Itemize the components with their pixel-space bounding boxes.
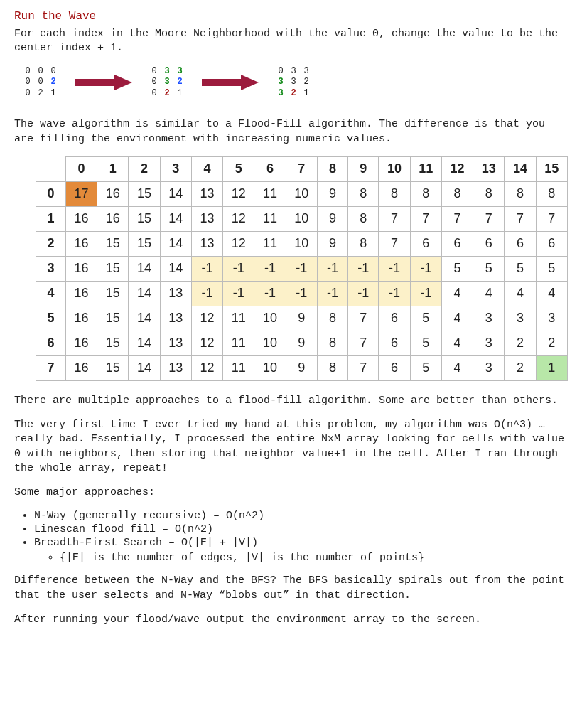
wave-cell: 14 [129, 281, 160, 306]
intro-paragraph: For each index in the Moore Neighborhood… [14, 27, 568, 56]
wave-cell: 10 [286, 181, 317, 206]
anecdote-paragraph: The very first time I ever tried my hand… [14, 418, 568, 476]
row-header: 2 [36, 231, 66, 256]
wave-cell: 14 [160, 231, 191, 256]
table-row: 1161615141312111098777777 [36, 206, 568, 231]
wave-cell: 10 [286, 206, 317, 231]
wave-cell: 8 [348, 206, 379, 231]
wave-cell: 8 [441, 181, 473, 206]
approaches-list: N-Way (generally recursive) – O(n^2)Line… [34, 510, 568, 564]
wave-cell: 9 [286, 331, 317, 355]
small-grid-cell: 3 [287, 77, 300, 88]
wave-cell: 5 [536, 256, 567, 281]
col-header: 3 [160, 156, 191, 181]
col-header: 1 [97, 156, 129, 181]
wave-cell: 6 [410, 231, 441, 256]
small-grid-cell: 0 [21, 77, 34, 88]
wave-cell: 8 [473, 181, 505, 206]
wave-cell: 15 [97, 355, 129, 380]
list-item: Breadth-First Search – O(|E| + |V|){|E| … [34, 537, 568, 564]
wave-cell: 17 [65, 181, 97, 206]
wave-cell: 6 [379, 355, 410, 380]
wave-cell: 8 [379, 181, 410, 206]
wave-cell: 5 [410, 355, 441, 380]
approaches-label: Some major approaches: [14, 486, 568, 500]
wave-cell: 16 [65, 206, 97, 231]
small-grid-cell: 3 [161, 66, 173, 77]
row-header: 4 [36, 281, 66, 306]
wave-body: 0171615141312111098888888116161514131211… [36, 181, 568, 380]
wave-cell: 16 [65, 306, 97, 331]
wave-cell: 16 [65, 231, 97, 256]
wave-cell: 7 [348, 331, 379, 355]
table-row: 2161515141312111098766666 [36, 231, 568, 256]
wave-cell: 15 [97, 281, 129, 306]
wave-cell: 12 [223, 231, 254, 256]
wave-cell: 15 [129, 181, 160, 206]
wave-cell: -1 [254, 256, 286, 281]
wave-cell: 8 [536, 181, 567, 206]
small-grid-cell: 1 [300, 88, 313, 100]
wave-cell: 4 [505, 281, 536, 306]
wave-cell: 7 [473, 206, 505, 231]
wave-cell: 13 [160, 331, 191, 355]
wave-cell: 8 [410, 181, 441, 206]
small-grid-cell: 2 [173, 77, 186, 88]
wave-cell: 6 [441, 231, 473, 256]
wave-cell: 16 [97, 181, 129, 206]
wave-cell: -1 [254, 281, 286, 306]
wave-cell: 7 [505, 206, 536, 231]
small-grid-cell: 3 [300, 66, 313, 77]
wave-cell: 1 [536, 355, 567, 380]
wave-header-row: 0123456789101112131415 [36, 156, 568, 181]
wave-cell: 15 [97, 256, 129, 281]
wave-cell: 14 [129, 331, 160, 355]
wave-cell: 10 [286, 231, 317, 256]
col-header: 6 [254, 156, 286, 181]
wave-cell: 8 [317, 306, 347, 331]
small-grid-cell: 0 [34, 66, 47, 77]
small-grid-cell: 1 [173, 88, 186, 100]
arrow-icon [202, 74, 259, 91]
wave-cell: 12 [191, 331, 222, 355]
small-grid-cell: 2 [34, 88, 47, 100]
wave-cell: 2 [505, 355, 536, 380]
wave-cell: 14 [160, 256, 191, 281]
col-header: 10 [379, 156, 410, 181]
table-row: 616151413121110987654322 [36, 331, 568, 355]
wave-cell: -1 [286, 281, 317, 306]
small-grid-cell: 3 [287, 66, 300, 77]
small-grid-sequence: 000002021 033032021 033332321 [21, 66, 568, 100]
wave-cell: 15 [129, 206, 160, 231]
wave-cell: 16 [65, 331, 97, 355]
wave-cell: 9 [317, 181, 347, 206]
small-grid-cell: 0 [148, 77, 161, 88]
row-header: 5 [36, 306, 66, 331]
table-row: 0171615141312111098888888 [36, 181, 568, 206]
wave-cell: 4 [441, 355, 473, 380]
row-header: 1 [36, 206, 66, 231]
small-grid-3: 033332321 [274, 66, 313, 100]
wave-cell: -1 [191, 281, 222, 306]
wave-cell: 15 [97, 331, 129, 355]
wave-cell: 3 [473, 306, 505, 331]
small-grid-cell: 2 [47, 77, 60, 88]
wave-cell: -1 [317, 256, 347, 281]
wave-cell: 13 [160, 281, 191, 306]
wave-cell: 13 [191, 206, 222, 231]
wave-cell: 11 [223, 331, 254, 355]
col-header: 9 [348, 156, 379, 181]
wave-cell: 4 [536, 281, 567, 306]
wave-cell: 8 [348, 181, 379, 206]
wave-cell: 7 [536, 206, 567, 231]
wave-cell: -1 [410, 256, 441, 281]
wave-cell: 13 [160, 306, 191, 331]
wave-cell: 11 [223, 306, 254, 331]
small-grid-cell: 0 [274, 66, 287, 77]
col-header: 13 [473, 156, 505, 181]
wave-cell: 9 [317, 206, 347, 231]
wave-cell: 7 [348, 355, 379, 380]
wave-table: 0123456789101112131415 01716151413121110… [36, 156, 568, 381]
wave-cell: 4 [441, 306, 473, 331]
col-header: 0 [65, 156, 97, 181]
